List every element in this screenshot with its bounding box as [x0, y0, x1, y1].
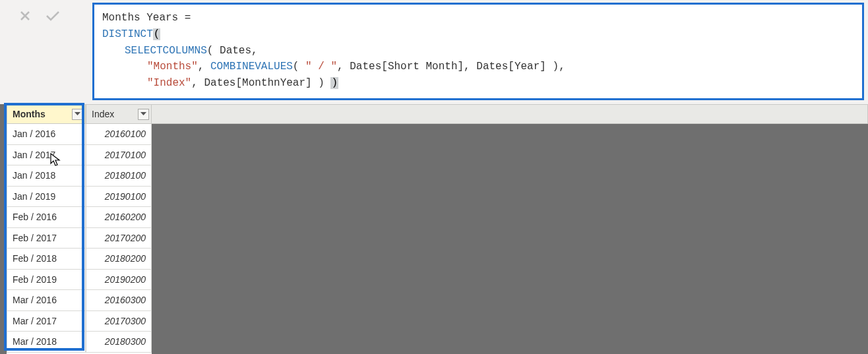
- paren-open-highlight: (: [153, 28, 161, 40]
- table-cell-index[interactable]: 20160300: [86, 290, 152, 311]
- column-index: Index 2016010020170100201801002019010020…: [86, 104, 152, 354]
- table-cell-months[interactable]: Jan / 2016: [7, 124, 86, 145]
- chevron-down-icon: [75, 112, 80, 116]
- fn-combinevalues: COMBINEVALUES: [210, 61, 293, 73]
- column-header-months[interactable]: Months: [7, 104, 86, 124]
- table-cell-months[interactable]: Jan / 2018: [7, 165, 86, 187]
- table-cell-index[interactable]: 20190200: [86, 270, 152, 291]
- cancel-button[interactable]: [13, 7, 37, 25]
- table-cell-months[interactable]: Jan / 2017: [7, 145, 86, 166]
- table-cell-months[interactable]: Mar / 2018: [7, 332, 86, 353]
- blank-header: [152, 104, 868, 124]
- commit-button[interactable]: [41, 7, 65, 25]
- table-cell-index[interactable]: 20180100: [86, 165, 152, 187]
- data-grid-area: Months Jan / 2016Jan / 2017Jan / 2018Jan…: [0, 104, 868, 354]
- table-cell-index[interactable]: 20170300: [86, 311, 152, 332]
- column-months: Months Jan / 2016Jan / 2017Jan / 2018Jan…: [7, 104, 86, 354]
- table-cell-months[interactable]: Mar / 2016: [7, 290, 86, 311]
- table-cell-index[interactable]: 20180300: [86, 332, 152, 353]
- fn-selectcolumns: SELECTCOLUMNS: [125, 45, 207, 57]
- filter-button-index[interactable]: [138, 109, 149, 120]
- fn-distinct: DISTINCT: [102, 28, 153, 40]
- table-cell-index[interactable]: 20170200: [86, 228, 152, 249]
- table-cell-months[interactable]: Feb / 2018: [7, 249, 86, 270]
- table-cell-index[interactable]: 20180200: [86, 249, 152, 270]
- table-cell-index[interactable]: 20160200: [86, 207, 152, 228]
- grid-empty-area: [152, 104, 868, 354]
- table-cell-index[interactable]: 20170100: [86, 145, 152, 166]
- x-icon: [18, 9, 32, 22]
- chevron-down-icon: [140, 112, 146, 116]
- formula-row: Months Years = DISTINCT( SELECTCOLUMNS( …: [0, 0, 868, 104]
- table-cell-months[interactable]: Feb / 2017: [7, 228, 86, 249]
- table-cell-index[interactable]: 20160100: [86, 124, 152, 145]
- table-cell-months[interactable]: Feb / 2019: [7, 270, 86, 291]
- table-cell-months[interactable]: Feb / 2016: [7, 207, 86, 228]
- table-cell-index[interactable]: 20190100: [86, 187, 152, 208]
- formula-bar[interactable]: Months Years = DISTINCT( SELECTCOLUMNS( …: [92, 3, 864, 100]
- column-header-label: Months: [13, 109, 46, 119]
- column-header-index[interactable]: Index: [86, 104, 152, 124]
- table-cell-months[interactable]: Jan / 2019: [7, 187, 86, 208]
- column-header-label: Index: [92, 109, 114, 119]
- check-icon: [45, 9, 61, 22]
- table-cell-months[interactable]: Mar / 2017: [7, 311, 86, 332]
- filter-button-months[interactable]: [72, 109, 83, 120]
- paren-close-highlight: ): [330, 77, 338, 89]
- formula-bar-container: Months Years = DISTINCT( SELECTCOLUMNS( …: [92, 0, 868, 103]
- formula-controls: [0, 0, 92, 25]
- measure-name: Months Years: [102, 12, 178, 24]
